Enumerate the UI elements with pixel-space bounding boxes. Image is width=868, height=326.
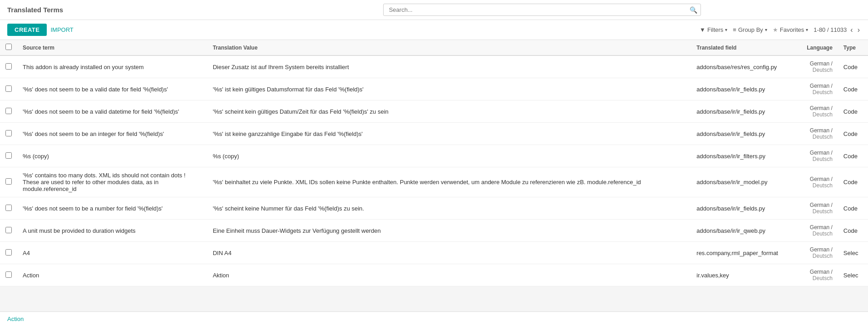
col-type: Type	[838, 40, 868, 55]
row-checkbox[interactable]	[5, 178, 12, 185]
row-source-term: '%s' does not seem to be an integer for …	[17, 123, 207, 145]
table-row[interactable]: A4 DIN A4 res.company,rml_paper_format G…	[0, 242, 868, 264]
pager-next-button[interactable]: ›	[857, 26, 861, 34]
row-checkbox-cell[interactable]	[0, 167, 17, 197]
row-checkbox-cell[interactable]	[0, 145, 17, 167]
row-type: Code	[838, 123, 868, 145]
row-source-term: '%s' does not seem to be a valid datetim…	[17, 100, 207, 123]
row-language: German / Deutsch	[793, 55, 838, 78]
row-checkbox-cell[interactable]	[0, 220, 17, 242]
top-bar: Translated Terms 🔍	[0, 0, 868, 20]
table-row[interactable]: Action Aktion ir.values,key German / Deu…	[0, 264, 868, 286]
row-checkbox-cell[interactable]	[0, 264, 17, 286]
search-icon: 🔍	[690, 6, 697, 14]
row-checkbox[interactable]	[5, 63, 12, 70]
create-button[interactable]: CREATE	[7, 24, 47, 36]
row-translation-value: DIN A4	[207, 242, 691, 264]
row-language: German / Deutsch	[793, 242, 838, 264]
search-bar: 🔍	[383, 4, 701, 16]
row-checkbox[interactable]	[5, 205, 12, 211]
toolbar-right: ▼ Filters ▾ ≡ Group By ▾ ★ Favorites ▾ 1…	[700, 26, 861, 34]
col-source-term: Source term	[17, 40, 207, 55]
table-row[interactable]: '%s' does not seem to be a valid date fo…	[0, 78, 868, 100]
row-translation-value: '%s' ist kein gültiges Datumsformat für …	[207, 78, 691, 100]
search-input[interactable]	[383, 4, 701, 16]
row-source-term: '%s' contains too many dots. XML ids sho…	[17, 167, 207, 197]
row-checkbox[interactable]	[5, 152, 12, 159]
row-language: German / Deutsch	[793, 197, 838, 220]
table-row[interactable]: '%s' does not seem to be a valid datetim…	[0, 100, 868, 123]
filter-icon: ▼	[700, 26, 705, 33]
filters-button[interactable]: ▼ Filters ▾	[700, 26, 727, 33]
filters-chevron-icon: ▾	[725, 27, 727, 32]
favorites-button[interactable]: ★ Favorites ▾	[773, 26, 808, 33]
select-all-checkbox[interactable]	[5, 44, 12, 50]
row-type: Code	[838, 197, 868, 220]
groupby-chevron-icon: ▾	[765, 27, 767, 32]
pager-prev-button[interactable]: ‹	[849, 26, 853, 34]
row-language: German / Deutsch	[793, 220, 838, 242]
row-type: Selec	[838, 242, 868, 264]
favorites-label: Favorites	[780, 26, 804, 33]
row-checkbox[interactable]	[5, 85, 12, 92]
row-type: Code	[838, 78, 868, 100]
row-translation-value: '%s' scheint keine Nummer für das Feld '…	[207, 197, 691, 220]
translated-terms-table: Source term Translation Value Translated…	[0, 40, 868, 286]
row-checkbox[interactable]	[5, 271, 12, 278]
row-translated-field: addons/base/res/res_config.py	[691, 55, 793, 78]
row-translation-value: '%s' scheint kein gültiges Datum/Zeit fü…	[207, 100, 691, 123]
row-checkbox-cell[interactable]	[0, 78, 17, 100]
pager-text: 1-80 / 11033	[814, 26, 847, 33]
favorites-star-icon: ★	[773, 26, 778, 33]
row-type: Selec	[838, 264, 868, 286]
row-checkbox[interactable]	[5, 227, 12, 233]
row-checkbox[interactable]	[5, 249, 12, 256]
row-type: Code	[838, 167, 868, 197]
row-translated-field: addons/base/ir/ir_fields.py	[691, 100, 793, 123]
row-translation-value: Aktion	[207, 264, 691, 286]
table-row[interactable]: '%s' does not seem to be an integer for …	[0, 123, 868, 145]
table-row[interactable]: '%s' does not seem to be a number for fi…	[0, 197, 868, 220]
row-translated-field: ir.values,key	[691, 264, 793, 286]
row-translated-field: addons/base/ir/ir_qweb.py	[691, 220, 793, 242]
row-source-term: This addon is already installed on your …	[17, 55, 207, 78]
filters-label: Filters	[707, 26, 723, 33]
row-type: Code	[838, 55, 868, 78]
row-source-term: %s (copy)	[17, 145, 207, 167]
row-checkbox-cell[interactable]	[0, 242, 17, 264]
row-checkbox-cell[interactable]	[0, 123, 17, 145]
table-row[interactable]: %s (copy) %s (copy) addons/base/ir/ir_fi…	[0, 145, 868, 167]
row-translated-field: addons/base/ir/ir_model.py	[691, 167, 793, 197]
row-translated-field: addons/base/ir/ir_fields.py	[691, 78, 793, 100]
table-row[interactable]: '%s' contains too many dots. XML ids sho…	[0, 167, 868, 197]
row-source-term: A4	[17, 242, 207, 264]
row-source-term: Action	[17, 264, 207, 286]
row-source-term: A unit must be provided to duration widg…	[17, 220, 207, 242]
row-translation-value: Dieser Zusatz ist auf Ihrem System berei…	[207, 55, 691, 78]
row-checkbox-cell[interactable]	[0, 197, 17, 220]
row-translated-field: addons/base/ir/ir_fields.py	[691, 123, 793, 145]
row-checkbox-cell[interactable]	[0, 55, 17, 78]
row-language: German / Deutsch	[793, 78, 838, 100]
groupby-button[interactable]: ≡ Group By ▾	[733, 26, 767, 33]
table-row[interactable]: A unit must be provided to duration widg…	[0, 220, 868, 242]
row-type: Code	[838, 220, 868, 242]
row-language: German / Deutsch	[793, 264, 838, 286]
toolbar: CREATE IMPORT ▼ Filters ▾ ≡ Group By ▾ ★…	[0, 20, 868, 40]
row-translated-field: addons/base/ir/ir_filters.py	[691, 145, 793, 167]
select-all-header[interactable]	[0, 40, 17, 55]
col-translation-value: Translation Value	[207, 40, 691, 55]
row-language: German / Deutsch	[793, 100, 838, 123]
row-translation-value: '%s' beinhaltet zu viele Punkte. XML IDs…	[207, 167, 691, 197]
row-checkbox[interactable]	[5, 108, 12, 114]
row-translation-value: '%s' ist keine ganzzahlige Eingabe für d…	[207, 123, 691, 145]
row-checkbox-cell[interactable]	[0, 100, 17, 123]
row-language: German / Deutsch	[793, 123, 838, 145]
row-translation-value: Eine Einheit muss Dauer-Widgets zur Verf…	[207, 220, 691, 242]
row-source-term: '%s' does not seem to be a number for fi…	[17, 197, 207, 220]
groupby-lines-icon: ≡	[733, 26, 736, 33]
row-checkbox[interactable]	[5, 130, 12, 136]
pager: 1-80 / 11033 ‹ ›	[814, 26, 861, 34]
import-button[interactable]: IMPORT	[50, 26, 73, 33]
table-row[interactable]: This addon is already installed on your …	[0, 55, 868, 78]
